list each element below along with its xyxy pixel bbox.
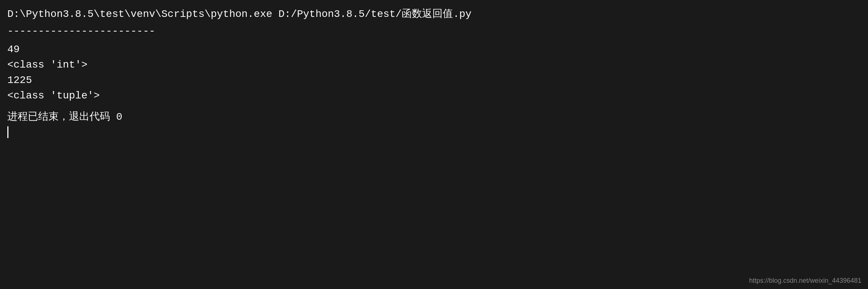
cursor-line [7, 126, 861, 138]
output-line-3: 1225 [7, 73, 861, 88]
command-line: D:\Python3.8.5\test\venv\Scripts\python.… [7, 7, 861, 22]
output-line-4: <class 'tuple'> [7, 88, 861, 104]
exit-message: 进程已结束，退出代码 0 [7, 109, 861, 125]
separator-line: ------------------------ [7, 24, 861, 39]
terminal-cursor [7, 126, 8, 138]
output-line-1: 49 [7, 42, 861, 57]
output-line-2: <class 'int'> [7, 57, 861, 73]
terminal-container: D:\Python3.8.5\test\venv\Scripts\python.… [0, 0, 868, 289]
watermark: https://blog.csdn.net/weixin_44396481 [749, 277, 861, 285]
